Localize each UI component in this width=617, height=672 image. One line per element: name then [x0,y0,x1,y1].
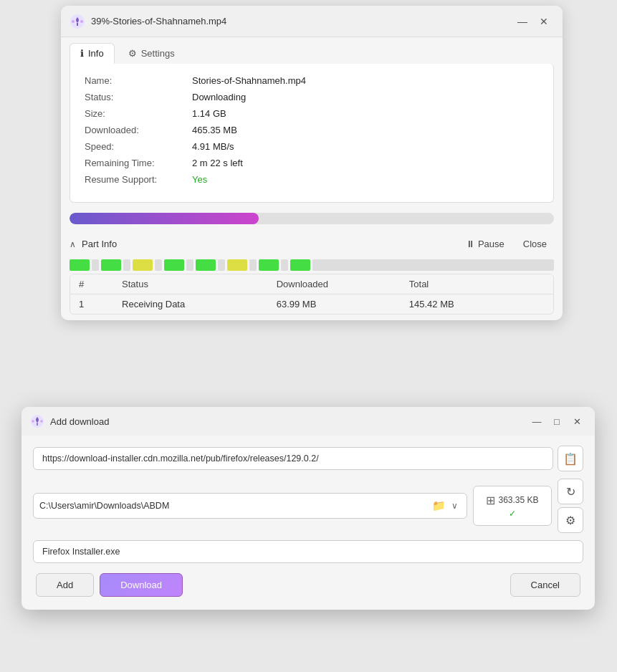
info-status-row: Status: Downloading [85,92,539,102]
filename-input[interactable] [33,540,583,563]
segment-15 [290,259,310,271]
name-value: Stories-of-Shahnameh.mp4 [192,75,306,86]
file-check-icon: ✓ [509,509,516,519]
segment-8 [186,259,193,271]
settings-tab-icon: ⚙ [128,48,137,59]
minimize-button[interactable]: — [512,11,532,32]
tabs-bar: ℹ Info ⚙ Settings [61,37,563,64]
dialog-close-icon: ✕ [573,416,581,427]
info-name-row: Name: Stories-of-Shahnameh.mp4 [85,75,539,86]
svg-point-2 [80,20,83,23]
segment-3 [101,259,121,271]
speed-value: 4.91 MB/s [192,141,234,152]
dialog-maximize-icon: □ [554,416,560,427]
downloaded-value: 465.35 MB [192,125,237,135]
svg-point-1 [72,20,75,23]
minimize-icon: — [517,16,527,27]
segment-4 [123,259,130,271]
col-header-extra [520,274,553,294]
cell-status: Receiving Data [113,294,268,315]
url-input[interactable] [33,447,553,470]
segment-10 [218,259,225,271]
clipboard-icon: 📋 [563,452,578,466]
pause-button[interactable]: ⏸ Pause [459,236,512,252]
cell-num: 1 [70,294,113,315]
dialog-minimize-icon: — [532,416,542,427]
cell-downloaded: 63.99 MB [268,294,401,315]
progress-bar [70,213,259,224]
col-header-num: # [70,274,113,294]
svg-point-4 [32,420,34,423]
svg-point-5 [40,420,43,423]
dialog-footer: Add Download Cancel [33,573,583,600]
remaining-value: 2 m 22 s left [192,158,243,168]
dialog-titlebar: Add download — □ ✕ [21,407,595,436]
path-middle-row: 📁 ∨ ⊞ 363.35 KB ✓ ↻ ⚙ [33,479,583,533]
close-button[interactable]: ✕ [534,11,554,32]
part-info-label: Part Info [82,239,453,249]
segments-icon: ⊞ [486,494,495,507]
file-info-top: ⊞ 363.35 KB [486,494,538,507]
status-value: Downloading [192,92,246,102]
dialog-minimize-button[interactable]: — [527,412,546,431]
folder-icon: 📁 [432,499,446,512]
path-dropdown-button[interactable]: ∨ [449,499,461,512]
main-titlebar: 39%-Stories-of-Shahnameh.mp4 — ✕ [61,6,563,37]
path-input-container: 📁 ∨ [33,493,467,519]
close-button-part[interactable]: Close [516,236,554,252]
pause-label: Pause [478,239,504,249]
cancel-button[interactable]: Cancel [510,573,580,597]
dialog-close-button[interactable]: ✕ [568,412,586,431]
info-tab-icon: ℹ [80,48,84,59]
url-row: 📋 [33,446,583,471]
status-label: Status: [85,92,192,102]
info-resume-row: Resume Support: Yes [85,174,539,185]
file-size-text: 363.35 KB [498,495,538,505]
add-download-dialog: Add download — □ ✕ 📋 📁 ∨ [21,407,595,610]
tab-info[interactable]: ℹ Info [70,43,115,64]
parts-table: # Status Downloaded Total 1 Receiving Da… [70,274,554,315]
segment-5 [133,259,153,271]
download-button[interactable]: Download [100,573,183,597]
segment-12 [249,259,257,271]
info-remaining-row: Remaining Time: 2 m 22 s left [85,158,539,168]
segments-bar [70,259,554,271]
tab-settings[interactable]: ⚙ Settings [118,43,186,64]
add-button[interactable]: Add [36,573,94,597]
path-input[interactable] [39,501,429,511]
segment-11 [227,259,247,271]
col-header-total: Total [401,274,520,294]
cell-extra [520,294,553,315]
browse-folder-button[interactable]: 📁 [429,498,449,514]
col-header-downloaded: Downloaded [268,274,401,294]
settings-button[interactable]: ⚙ [558,507,583,533]
tab-info-label: Info [88,48,104,59]
dialog-title: Add download [50,416,526,427]
part-info-header: ∧ Part Info ⏸ Pause Close [61,231,563,256]
close-icon: ✕ [540,16,548,27]
size-label: Size: [85,108,192,119]
dialog-maximize-button[interactable]: □ [547,412,566,431]
main-window-title: 39%-Stories-of-Shahnameh.mp4 [91,16,511,27]
chevron-down-icon: ∨ [451,501,458,511]
app-icon [70,14,85,29]
paste-url-button[interactable]: 📋 [558,446,583,471]
remaining-label: Remaining Time: [85,158,192,168]
dialog-app-icon [30,414,44,428]
dialog-body: 📋 📁 ∨ ⊞ 363.35 KB ✓ [21,436,595,610]
segment-2 [92,259,99,271]
table-row: 1 Receiving Data 63.99 MB 145.42 MB [70,294,553,315]
refresh-icon: ↻ [566,485,575,499]
downloaded-label: Downloaded: [85,125,192,135]
resume-value: Yes [192,174,207,185]
chevron-up-icon: ∧ [70,239,76,249]
segment-7 [164,259,184,271]
cell-total: 145.42 MB [401,294,520,315]
info-downloaded-row: Downloaded: 465.35 MB [85,125,539,135]
refresh-button[interactable]: ↻ [558,479,583,504]
path-right-buttons: ↻ ⚙ [558,479,583,533]
gear-icon: ⚙ [565,514,575,527]
segment-9 [196,259,216,271]
info-size-row: Size: 1.14 GB [85,108,539,119]
main-download-window: 39%-Stories-of-Shahnameh.mp4 — ✕ ℹ Info … [61,6,563,320]
